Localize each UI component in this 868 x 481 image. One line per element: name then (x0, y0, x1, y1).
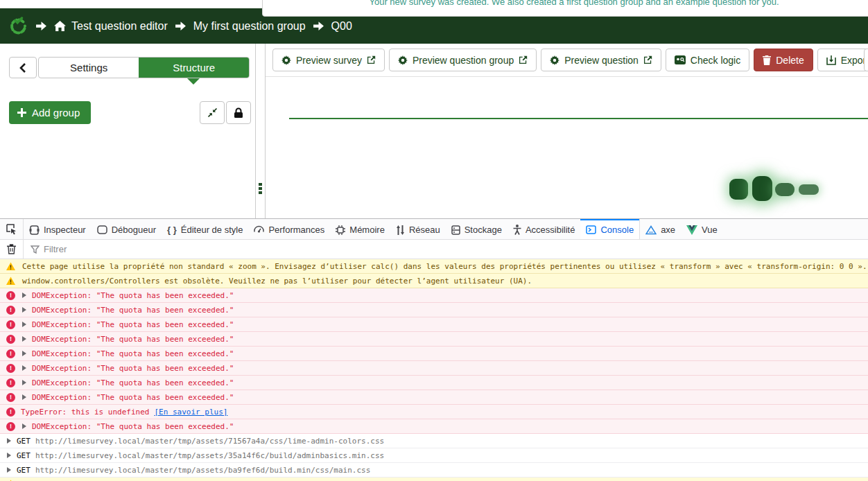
add-group-label: Add group (32, 107, 80, 119)
error-icon (6, 364, 15, 373)
request-method: GET (17, 451, 31, 460)
pick-element-button[interactable] (0, 219, 23, 239)
breadcrumb-arrow-icon (175, 21, 186, 31)
loader-shape (729, 179, 748, 200)
toolbar-divider (266, 76, 868, 77)
console-row-error: DOMException: "The quota has been exceed… (0, 303, 868, 317)
accessibility-person-icon (513, 225, 521, 235)
devtools-tabbar: Inspecteur Débogueur { } Éditeur de styl… (0, 219, 868, 240)
expand-arrow-icon[interactable] (7, 438, 11, 444)
request-url[interactable]: http://limesurvey.local/master/tmp/asset… (35, 437, 384, 446)
question-editor-panel: Preview survey Preview question group Pr… (266, 44, 868, 218)
tab-label: Console (600, 225, 634, 235)
console-row-error: DOMException: "The quota has been exceed… (0, 390, 868, 405)
add-group-button[interactable]: Add group (9, 101, 91, 124)
tab-memoire[interactable]: Mémoire (330, 219, 390, 239)
warning-icon (6, 262, 15, 271)
console-row-error: DOMException: "The quota has been exceed… (0, 361, 868, 376)
expand-arrow-icon[interactable] (22, 336, 26, 342)
console-row-error: DOMException: "The quota has been exceed… (0, 317, 868, 332)
tab-structure[interactable]: Structure (139, 58, 249, 78)
preview-question-group-button[interactable]: Preview question group (389, 49, 537, 71)
tab-label: Performances (268, 225, 324, 235)
console-output: Cette page utilise la propriété non stan… (0, 259, 868, 481)
console-row-error: DOMException: "The quota has been exceed… (0, 347, 868, 361)
preview-question-button[interactable]: Preview question (541, 49, 661, 71)
external-link-icon (367, 55, 376, 64)
console-row-typeerror: TypeError: this is undefined [En savoir … (0, 405, 868, 419)
preview-survey-button[interactable]: Preview survey (272, 49, 385, 71)
error-icon (6, 291, 15, 300)
expand-arrow-icon[interactable] (22, 322, 26, 327)
request-url[interactable]: http://limesurvey.local/master/tmp/asset… (35, 466, 370, 475)
delete-button[interactable]: Delete (754, 49, 813, 71)
tab-label: Inspecteur (44, 225, 86, 235)
collapse-all-button[interactable] (200, 101, 225, 124)
console-message: TypeError: this is undefined (21, 408, 149, 417)
breadcrumb-group[interactable]: My first question group (193, 20, 306, 33)
expand-arrow-icon[interactable] (22, 307, 26, 313)
breadcrumb-question[interactable]: Q00 (331, 20, 352, 33)
splitter-grip-icon (259, 183, 262, 194)
gear-icon (398, 55, 408, 65)
content-divider (289, 118, 868, 119)
tab-performances[interactable]: Performances (248, 219, 330, 239)
console-message: DOMException: "The quota has been exceed… (32, 306, 234, 315)
lock-button[interactable] (226, 101, 251, 124)
limesurvey-logo[interactable] (8, 17, 27, 35)
cutoff-toolbar-button[interactable] (864, 49, 868, 71)
funnel-icon (31, 245, 40, 254)
tab-stockage[interactable]: Stockage (446, 219, 507, 239)
expand-arrow-icon[interactable] (22, 365, 26, 371)
collapse-sidebar-button[interactable] (9, 57, 37, 78)
expand-arrow-icon[interactable] (22, 380, 26, 385)
console-row-network: GET http://limesurvey.local/master/tmp/a… (0, 448, 868, 463)
clear-console-button[interactable] (0, 240, 23, 259)
tab-label: Mémoire (349, 225, 385, 235)
filter-field (24, 240, 868, 259)
breadcrumb-group-label: My first question group (193, 20, 306, 33)
tab-label: Accessibilité (526, 225, 575, 235)
tab-structure-label: Structure (173, 62, 215, 73)
console-message: DOMException: "The quota has been exceed… (32, 393, 234, 402)
console-message: DOMException: "The quota has been exceed… (32, 378, 234, 387)
tab-inspecteur[interactable]: Inspecteur (24, 219, 92, 239)
export-button[interactable]: Export (817, 49, 868, 71)
tab-settings[interactable]: Settings (39, 58, 139, 78)
tab-reseau[interactable]: Réseau (390, 219, 446, 239)
tab-accessibilite[interactable]: Accessibilité (507, 219, 581, 239)
tab-vue[interactable]: Vue (681, 219, 723, 239)
expand-arrow-icon[interactable] (22, 292, 26, 298)
console-row-warning: window.controllers/Controllers est obsol… (0, 274, 868, 288)
panel-splitter[interactable] (255, 44, 266, 218)
console-message: DOMException: "The quota has been exceed… (32, 349, 234, 358)
check-logic-button[interactable]: Check logic (666, 49, 749, 71)
preview-question-label: Preview question (564, 55, 639, 66)
error-icon (6, 335, 15, 344)
breadcrumb-home[interactable]: Test question editor (54, 20, 168, 33)
learn-more-link[interactable]: [En savoir plus] (154, 408, 227, 417)
chevron-left-icon (19, 63, 26, 73)
console-filter-input[interactable] (44, 244, 868, 254)
console-row-error: DOMException: "The quota has been exceed… (0, 419, 868, 434)
delete-label: Delete (776, 55, 804, 66)
console-message: DOMException: "The quota has been exceed… (32, 335, 234, 344)
tab-axe[interactable]: axe (640, 219, 681, 239)
expand-arrow-icon[interactable] (22, 394, 26, 400)
main-area: Settings Structure Add group (0, 44, 868, 218)
home-icon (54, 21, 66, 31)
collapse-arrows-icon (207, 107, 218, 118)
external-link-icon (519, 55, 528, 64)
expand-arrow-icon[interactable] (7, 453, 11, 458)
error-icon (6, 408, 15, 417)
tab-label: Stockage (465, 225, 502, 235)
expand-arrow-icon[interactable] (22, 423, 26, 429)
tab-debogueur[interactable]: Débogueur (92, 219, 162, 239)
expand-arrow-icon[interactable] (7, 467, 11, 473)
external-link-icon (643, 55, 652, 64)
tab-console[interactable]: Console (580, 219, 639, 239)
request-url[interactable]: http://limesurvey.local/master/tmp/asset… (35, 451, 384, 460)
expand-arrow-icon[interactable] (22, 351, 26, 356)
tab-editeur-de-style[interactable]: { } Éditeur de style (162, 219, 248, 239)
request-method: GET (17, 437, 31, 446)
